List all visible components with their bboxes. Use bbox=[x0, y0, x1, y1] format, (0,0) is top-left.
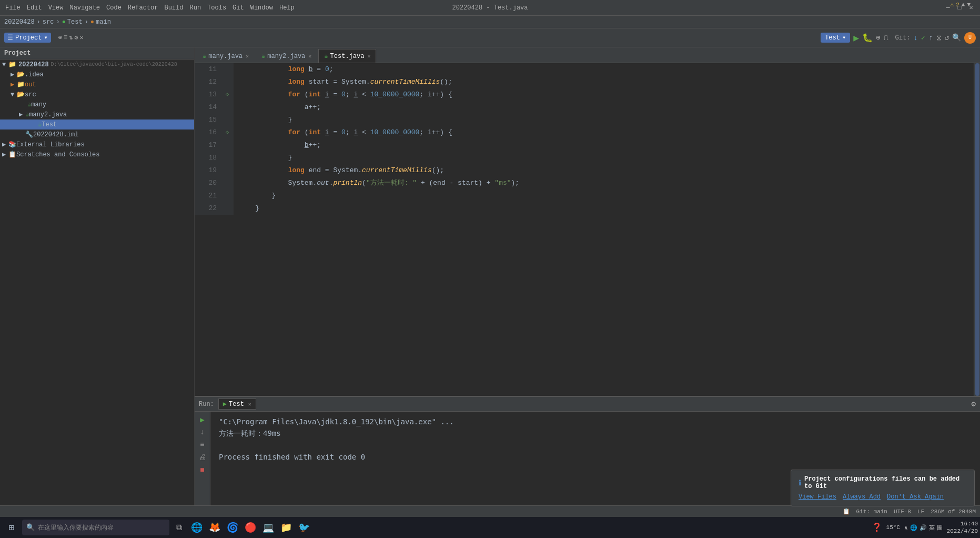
run-tab-test[interactable]: ▶ Test ✕ bbox=[218, 398, 256, 410]
taskbar-app-edge[interactable]: 🌐 bbox=[188, 518, 205, 537]
tree-item-scratches[interactable]: ▶ 📋 Scratches and Consoles bbox=[0, 150, 194, 160]
code-content-cell[interactable]: long end = System.currentTimeMillis(); bbox=[234, 164, 974, 177]
run-again-button[interactable]: ▶ bbox=[197, 414, 208, 425]
menu-code[interactable]: Code bbox=[106, 4, 122, 12]
tab-close-button[interactable]: ✕ bbox=[308, 53, 311, 59]
start-button[interactable]: ⊞ bbox=[2, 518, 21, 537]
code-scroll-area[interactable]: 11 long b = 0; 12 long start = System.cu… bbox=[195, 63, 974, 396]
layout-icon[interactable]: 圖 bbox=[937, 524, 943, 532]
user-avatar[interactable]: U bbox=[964, 32, 976, 44]
code-editor[interactable]: 11 long b = 0; 12 long start = System.cu… bbox=[195, 63, 980, 396]
tree-item-test[interactable]: ▶ ☕ Test bbox=[0, 119, 194, 129]
wrap-button[interactable]: ≡ bbox=[197, 439, 208, 451]
run-button[interactable]: ▶ bbox=[853, 32, 859, 44]
breadcrumb-item[interactable]: src bbox=[43, 18, 54, 26]
coverage-button[interactable]: ⊕ bbox=[876, 33, 880, 42]
network-icon[interactable]: 🌐 bbox=[910, 524, 917, 531]
taskbar-app-firefox[interactable]: 🦊 bbox=[206, 518, 223, 537]
breadcrumb-item[interactable]: ● Test bbox=[62, 18, 83, 26]
run-config-selector[interactable]: Test▾ bbox=[821, 33, 850, 43]
menu-git[interactable]: Git bbox=[233, 4, 244, 12]
tree-item-many2[interactable]: ▶ ☕ many2.java bbox=[0, 109, 194, 119]
event-log-icon[interactable]: 📋 bbox=[843, 508, 850, 515]
tab-close-button[interactable]: ✕ bbox=[367, 53, 370, 59]
git-revert-button[interactable]: ↺ bbox=[945, 33, 949, 42]
tab-many2[interactable]: ☕ many2.java ✕ bbox=[256, 49, 317, 63]
taskbar-search[interactable]: 🔍 在这里输入你要搜索的内容 bbox=[22, 520, 169, 535]
folder-icon: 📚 bbox=[8, 141, 16, 148]
menu-view[interactable]: View bbox=[48, 4, 64, 12]
code-content-cell[interactable]: for (int i = 0; i < 10_0000_0000; i++) { bbox=[234, 126, 974, 139]
taskbar-question-icon[interactable]: ❓ bbox=[872, 522, 882, 533]
git-push-button[interactable]: ↑ bbox=[928, 34, 933, 42]
search-everywhere-button[interactable]: 🔍 bbox=[952, 33, 961, 42]
code-content-cell[interactable]: for (int i = 0; i < 10_0000_0000; i++) { bbox=[234, 88, 974, 101]
taskbar-system-icons[interactable]: ∧ 🌐 🔊 英 圖 bbox=[904, 524, 943, 532]
project-widget[interactable]: ☰Project▾ bbox=[4, 33, 51, 43]
code-content-cell[interactable]: b++; bbox=[234, 139, 974, 152]
tree-item-root[interactable]: ▼ 📁 20220428 D:\Gitee\javacode\bit-java-… bbox=[0, 59, 194, 69]
line-number: 17 bbox=[195, 139, 221, 152]
git-update-button[interactable]: ↓ bbox=[913, 34, 917, 42]
right-scrollbar[interactable] bbox=[974, 63, 980, 396]
close-icon[interactable]: ✕ bbox=[80, 34, 84, 42]
scroll-down-button[interactable]: ↓ bbox=[197, 426, 208, 438]
code-content-cell[interactable]: } bbox=[234, 190, 974, 202]
breadcrumb-item[interactable]: ● main bbox=[90, 18, 111, 26]
tree-item-many[interactable]: ▶ ☕ many bbox=[0, 99, 194, 109]
code-content-cell[interactable]: } bbox=[234, 114, 974, 126]
always-add-link[interactable]: Always Add bbox=[843, 493, 881, 501]
debug-button[interactable]: 🐛 bbox=[862, 33, 873, 43]
tree-item-external-libs[interactable]: ▶ 📚 External Libraries bbox=[0, 140, 194, 150]
volume-icon[interactable]: 🔊 bbox=[920, 524, 927, 531]
stop-button[interactable]: ■ bbox=[197, 464, 208, 476]
tab-close-button[interactable]: ✕ bbox=[246, 53, 249, 59]
settings-gear-icon[interactable]: ⚙ bbox=[972, 400, 976, 409]
menu-window[interactable]: Window bbox=[250, 4, 273, 12]
tree-item-idea[interactable]: ▶ 📂 .idea bbox=[0, 69, 194, 79]
status-line-sep[interactable]: LF bbox=[917, 509, 924, 515]
code-content-cell[interactable]: } bbox=[234, 152, 974, 164]
line-number: 19 bbox=[195, 164, 221, 177]
tab-many[interactable]: ☕ many.java ✕ bbox=[197, 49, 255, 63]
code-content-cell[interactable]: a++; bbox=[234, 101, 974, 114]
settings-icon[interactable]: ⚙ bbox=[74, 34, 78, 42]
menu-edit[interactable]: Edit bbox=[27, 4, 42, 12]
taskbar-app-intellij[interactable]: 💻 bbox=[260, 518, 277, 537]
status-encoding[interactable]: UTF-8 bbox=[894, 509, 911, 515]
git-history-button[interactable]: ⧖ bbox=[936, 34, 942, 42]
tree-item-src[interactable]: ▼ 📂 src bbox=[0, 89, 194, 99]
taskbar-app-explorer[interactable]: 📁 bbox=[278, 518, 295, 537]
profiler-button[interactable]: ⎍ bbox=[884, 34, 888, 42]
menu-build[interactable]: Build bbox=[164, 4, 183, 12]
java-icon: ☕ bbox=[324, 52, 328, 60]
code-content-cell[interactable]: System.out.println("方法一耗时: " + (end - st… bbox=[234, 177, 974, 190]
task-view-button[interactable]: ⧉ bbox=[170, 518, 187, 537]
menu-help[interactable]: Help bbox=[279, 4, 295, 12]
menu-tools[interactable]: Tools bbox=[207, 4, 226, 12]
tree-item-iml[interactable]: ▶ 🔧 20220428.iml bbox=[0, 129, 194, 140]
dont-ask-link[interactable]: Don't Ask Again bbox=[887, 493, 944, 501]
git-commit-button[interactable]: ✓ bbox=[921, 33, 925, 42]
run-tab-close[interactable]: ✕ bbox=[248, 401, 251, 407]
print-button[interactable]: 🖨 bbox=[197, 452, 208, 463]
taskbar-app-1[interactable]: 🌀 bbox=[224, 518, 241, 537]
code-content-cell[interactable]: long start = System.currentTimeMillis(); bbox=[234, 76, 974, 88]
collapse-icon[interactable]: ≡ bbox=[64, 34, 67, 42]
sync-icon[interactable]: ⊕ bbox=[58, 34, 62, 42]
menu-file[interactable]: File bbox=[5, 4, 21, 12]
code-content-cell[interactable]: } bbox=[234, 202, 974, 215]
menu-run[interactable]: Run bbox=[189, 4, 201, 12]
view-files-link[interactable]: View Files bbox=[799, 493, 836, 501]
expand-icon[interactable]: ⇅ bbox=[69, 34, 73, 42]
chevron-icon[interactable]: ∧ bbox=[904, 524, 908, 531]
tree-item-out[interactable]: ▶ 📁 out bbox=[0, 79, 194, 89]
breadcrumb-item[interactable]: 20220428 bbox=[4, 18, 35, 26]
menu-bar[interactable]: File Edit View Navigate Code Refactor Bu… bbox=[5, 4, 295, 12]
tab-test[interactable]: ☕ Test.java ✕ bbox=[318, 49, 376, 63]
taskbar-app-3[interactable]: 🐦 bbox=[296, 518, 312, 537]
code-content-cell[interactable]: long b = 0; bbox=[234, 63, 974, 76]
menu-refactor[interactable]: Refactor bbox=[128, 4, 158, 12]
taskbar-app-2[interactable]: 🔴 bbox=[242, 518, 259, 537]
menu-navigate[interactable]: Navigate bbox=[69, 4, 100, 12]
